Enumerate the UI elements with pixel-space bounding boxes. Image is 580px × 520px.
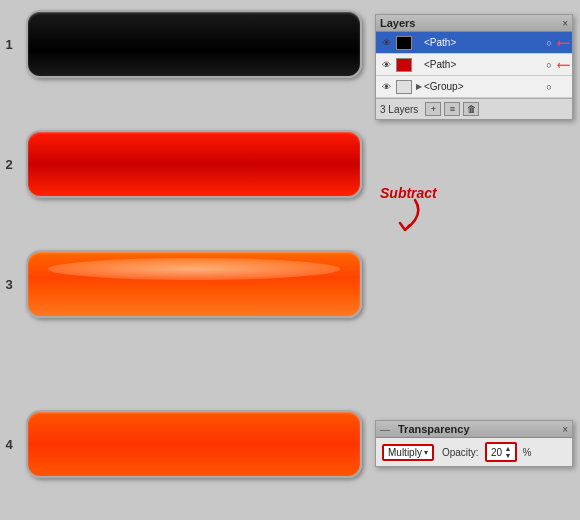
opacity-label: Opacity: bbox=[442, 447, 479, 458]
layer-thumb-2 bbox=[396, 58, 412, 72]
layers-panel: Layers × 👁 <Path> ○ ⟵ 👁 <Path> ○ ⟵ 👁 ▶ <… bbox=[375, 14, 573, 120]
subtract-arrow-icon bbox=[375, 195, 425, 235]
row-4: 4 bbox=[0, 410, 370, 478]
layer-count: 3 Layers bbox=[380, 104, 418, 115]
row-2: 2 bbox=[0, 130, 370, 198]
row-3: 3 bbox=[0, 250, 370, 318]
layer-name-1: <Path> bbox=[424, 37, 542, 48]
layers-panel-title-bar: Layers × bbox=[376, 15, 572, 32]
button-1-black[interactable] bbox=[26, 10, 362, 78]
layers-panel-close[interactable]: × bbox=[562, 18, 568, 29]
row-1: 1 bbox=[0, 10, 370, 78]
opacity-stepper[interactable]: ▲ ▼ bbox=[505, 445, 512, 459]
button-3-orange[interactable] bbox=[26, 250, 362, 318]
layer-arrow-1: ⟵ bbox=[556, 38, 570, 48]
layer-name-2: <Path> bbox=[424, 59, 542, 70]
layer-arrow-2: ⟵ bbox=[556, 60, 570, 70]
layers-list: 👁 <Path> ○ ⟵ 👁 <Path> ○ ⟵ 👁 ▶ <Group> ○ bbox=[376, 32, 572, 98]
new-layer-btn[interactable]: + bbox=[425, 102, 441, 116]
row-number-4: 4 bbox=[0, 437, 18, 452]
opacity-value: 20 bbox=[490, 447, 504, 458]
layer-thumb-1 bbox=[396, 36, 412, 50]
layer-expand-3: ▶ bbox=[414, 82, 424, 91]
percent-label: % bbox=[523, 447, 532, 458]
transparency-panel-title: Transparency bbox=[398, 423, 470, 435]
layer-name-3: <Group> bbox=[424, 81, 542, 92]
transparency-controls: Multiply ▾ Opacity: 20 ▲ ▼ % bbox=[376, 438, 572, 466]
layer-link-3: ○ bbox=[542, 82, 556, 92]
row-number-2: 2 bbox=[0, 157, 18, 172]
layer-visibility-icon-2[interactable]: 👁 bbox=[378, 57, 394, 73]
canvas-area: 1 2 3 4 bbox=[0, 0, 370, 520]
button-4-orange-red[interactable] bbox=[26, 410, 362, 478]
transparency-panel-title-bar: — Transparency × bbox=[376, 421, 572, 438]
blend-mode-arrow-icon: ▾ bbox=[424, 448, 428, 457]
opacity-up-btn[interactable]: ▲ bbox=[505, 445, 512, 452]
row-number-1: 1 bbox=[0, 37, 18, 52]
layer-visibility-icon-3[interactable]: 👁 bbox=[378, 79, 394, 95]
opacity-input[interactable]: 20 ▲ ▼ bbox=[485, 442, 517, 462]
transparency-minimize-btn[interactable]: — bbox=[380, 424, 390, 435]
blend-mode-dropdown[interactable]: Multiply ▾ bbox=[382, 444, 434, 461]
layer-visibility-icon-1[interactable]: 👁 bbox=[378, 35, 394, 51]
layer-link-1: ○ bbox=[542, 38, 556, 48]
layer-link-2: ○ bbox=[542, 60, 556, 70]
layers-footer: 3 Layers + ≡ 🗑 bbox=[376, 98, 572, 119]
button-2-red[interactable] bbox=[26, 130, 362, 198]
layer-row-2[interactable]: 👁 <Path> ○ ⟵ bbox=[376, 54, 572, 76]
layer-options-btn[interactable]: ≡ bbox=[444, 102, 460, 116]
layers-panel-title: Layers bbox=[380, 17, 415, 29]
transparency-panel-close[interactable]: × bbox=[562, 424, 568, 435]
transparency-panel: — Transparency × Multiply ▾ Opacity: 20 … bbox=[375, 420, 573, 467]
blend-mode-value: Multiply bbox=[388, 447, 422, 458]
layer-row-3[interactable]: 👁 ▶ <Group> ○ bbox=[376, 76, 572, 98]
layer-thumb-3 bbox=[396, 80, 412, 94]
layer-row-1[interactable]: 👁 <Path> ○ ⟵ bbox=[376, 32, 572, 54]
delete-layer-btn[interactable]: 🗑 bbox=[463, 102, 479, 116]
opacity-down-btn[interactable]: ▼ bbox=[505, 452, 512, 459]
row-number-3: 3 bbox=[0, 277, 18, 292]
